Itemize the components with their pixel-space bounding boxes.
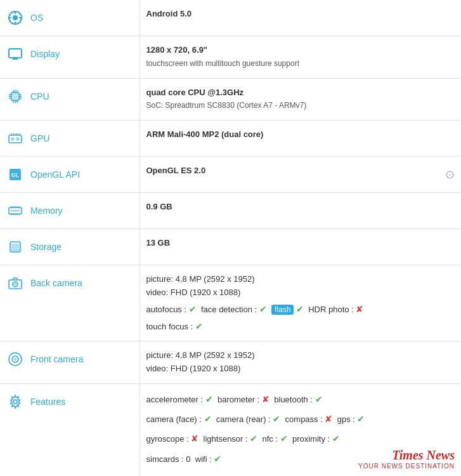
row-frontcamera: Front camera picture: 4.8 MP (2592 x 195…	[0, 341, 461, 384]
flash-badge[interactable]: flash	[271, 305, 294, 315]
value-main: 0.9 GB	[146, 202, 172, 211]
row-opengl: GL OpenGL API OpenGL ES 2.0⊙	[0, 157, 461, 193]
feat-autofocus: autofocus : ✔	[146, 305, 197, 314]
check-icon: ✔	[259, 304, 267, 314]
check-icon: ✔	[332, 433, 340, 444]
feat-touch-focus: touch focus : ✔	[146, 322, 203, 331]
feat-camera--rear-: camera (rear) : ✔	[216, 414, 281, 424]
svg-rect-50	[11, 247, 19, 248]
feat-gyroscope: gyroscope : ✘	[146, 434, 199, 444]
cpu-icon	[6, 88, 24, 105]
label-cell-opengl: GL OpenGL API	[0, 157, 140, 193]
bc-features-line1: autofocus : ✔ face detection : ✔ flash ✔…	[146, 302, 455, 317]
check-icon: ✔	[357, 414, 365, 424]
label-text-display: Display	[30, 49, 60, 59]
cross-icon: ✘	[356, 304, 363, 314]
value-main: 13 GB	[146, 238, 171, 248]
label-text-opengl: OpenGL API	[30, 169, 80, 180]
row-display: Display 1280 x 720, 6.9"touchscreen with…	[0, 36, 461, 79]
row-cpu: CPU quad core CPU @1.3GHzSoC: Spreadtrum…	[0, 78, 461, 121]
bc-features-line2: touch focus : ✔	[146, 319, 455, 334]
check-icon: ✔	[280, 433, 288, 444]
feat-hdr: HDR photo : ✘	[308, 305, 363, 314]
value-sub: touchscreen with multitouch guesture sup…	[146, 59, 299, 68]
label-cell-backcamera: Back camera	[0, 265, 140, 341]
label-text-storage: Storage	[30, 242, 62, 252]
feature-row-0: accelerometer : ✔ barometer : ✘ bluetoot…	[146, 392, 455, 407]
label-cell-os: OS	[0, 0, 140, 36]
feat-simcards: simcards : 0	[146, 454, 191, 464]
label-text-cpu: CPU	[30, 91, 49, 102]
memory-icon	[6, 202, 24, 220]
value-cell-frontcamera: picture: 4.8 MP (2592 x 1952) video: FHD…	[140, 341, 461, 384]
backcamera-icon	[6, 274, 24, 292]
label-cell-memory: Memory	[0, 193, 140, 229]
svg-rect-49	[11, 244, 19, 246]
svg-rect-10	[13, 94, 18, 99]
label-text-features: Features	[30, 397, 65, 407]
check-icon: ✔	[189, 304, 197, 314]
check-icon: ✔	[296, 304, 304, 314]
value-cell-storage: 13 GB	[140, 229, 461, 265]
feature-row-2: gyroscope : ✘ lightsensor : ✔ nfc : ✔ pr…	[146, 431, 455, 447]
feat-face-detection: face detection : ✔	[201, 305, 267, 314]
feat-flash: flash ✔	[271, 305, 304, 314]
feat-proximity: proximity : ✔	[292, 434, 340, 444]
label-cell-cpu: CPU	[0, 78, 140, 121]
label-text-gpu: GPU	[30, 133, 49, 143]
svg-rect-23	[9, 135, 22, 143]
value-main: ARM Mali-400 MP2 (dual core)	[146, 129, 264, 139]
label-cell-frontcamera: Front camera	[0, 341, 140, 384]
svg-point-57	[14, 358, 16, 360]
check-icon: ✔	[273, 414, 280, 424]
row-memory: Memory 0.9 GB	[0, 193, 461, 229]
os-icon	[6, 9, 24, 27]
feat-lightsensor: lightsensor : ✔	[204, 434, 258, 444]
svg-rect-51	[11, 249, 19, 251]
feat-compass: compass : ✘	[285, 414, 333, 424]
row-backcamera: Back camera picture: 4.8 MP (2592 x 1952…	[0, 265, 461, 341]
fc-picture: picture: 4.8 MP (2592 x 1952)	[146, 349, 455, 362]
row-gpu: GPU ARM Mali-400 MP2 (dual core)	[0, 121, 461, 157]
value-main: Android 5.0	[146, 9, 192, 18]
value-cell-os: Android 5.0	[140, 0, 461, 36]
watermark: Times News YOUR NEWS DESTINATION	[358, 448, 455, 470]
opengl-icon: GL	[6, 166, 24, 183]
feat-camera--face-: camera (face) : ✔	[146, 414, 212, 424]
feat-barometer: barometer : ✘	[218, 395, 269, 404]
dropdown-icon[interactable]: ⊙	[445, 166, 455, 184]
check-icon: ✔	[204, 414, 212, 424]
check-icon: ✔	[205, 394, 213, 404]
spec-table: OS Android 5.0 Display 1280 x 720, 6.9"t…	[0, 0, 461, 476]
feat-accelerometer: accelerometer : ✔	[146, 395, 213, 404]
feat-gps: gps : ✔	[337, 414, 365, 424]
svg-text:GL: GL	[11, 172, 20, 178]
label-text-os: OS	[30, 13, 43, 23]
value-cell-backcamera: picture: 4.8 MP (2592 x 1952) video: FHD…	[140, 265, 461, 341]
bc-video: video: FHD (1920 x 1088)	[146, 286, 455, 300]
cross-icon: ✘	[262, 394, 269, 404]
check-icon: ✔	[250, 433, 257, 444]
value-sub: SoC: Spreadtrum SC8830 (Cortex A7 - ARMv…	[146, 101, 307, 110]
watermark-title: Times News	[358, 448, 455, 463]
label-cell-gpu: GPU	[0, 121, 140, 157]
fc-video: video: FHD (1920 x 1088)	[146, 362, 455, 376]
bc-picture: picture: 4.8 MP (2592 x 1952)	[146, 273, 455, 286]
storage-icon	[6, 238, 24, 256]
value-cell-opengl: OpenGL ES 2.0⊙	[140, 157, 461, 193]
svg-point-1	[13, 15, 18, 20]
check-icon: ✔	[214, 454, 221, 464]
feat-nfc: nfc : ✔	[263, 434, 288, 444]
label-text-frontcamera: Front camera	[30, 354, 83, 364]
row-os: OS Android 5.0	[0, 0, 461, 36]
value-cell-cpu: quad core CPU @1.3GHzSoC: Spreadtrum SC8…	[140, 78, 461, 121]
feature-row-1: camera (face) : ✔ camera (rear) : ✔ comp…	[146, 411, 455, 427]
feat-wifi: wifi : ✔	[195, 454, 222, 464]
feat-bluetooth: bluetooth : ✔	[274, 395, 322, 404]
label-text-backcamera: Back camera	[30, 278, 82, 288]
watermark-subtitle: YOUR NEWS DESTINATION	[358, 463, 455, 470]
svg-point-25	[16, 138, 19, 140]
label-cell-display: Display	[0, 36, 140, 79]
row-storage: Storage 13 GB	[0, 229, 461, 265]
cross-icon: ✘	[325, 414, 332, 424]
